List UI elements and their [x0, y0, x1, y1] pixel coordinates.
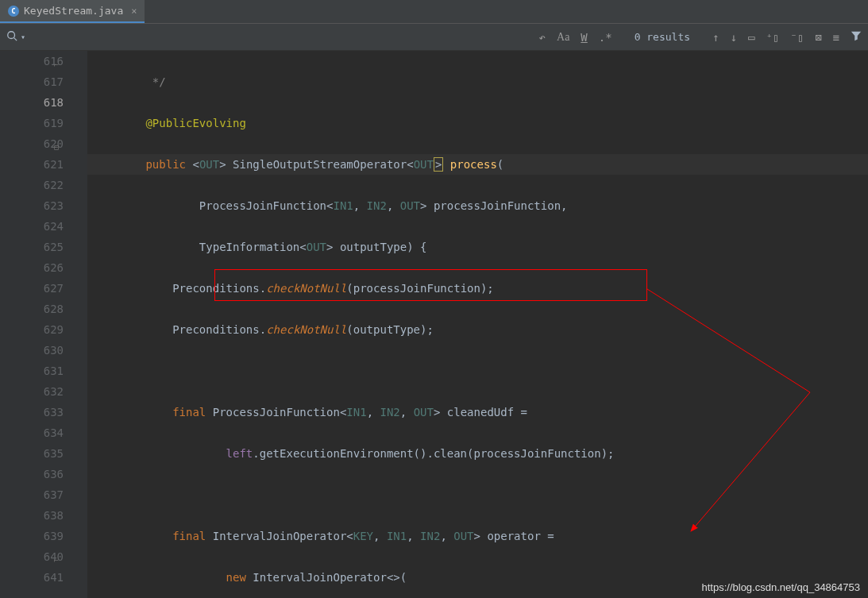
regex-button[interactable]: .*: [599, 31, 612, 44]
code-line: */: [87, 71, 868, 92]
filter-settings-icon[interactable]: ≡: [833, 31, 839, 44]
watermark: https://blog.csdn.net/qq_34864753: [702, 581, 861, 593]
remove-selection-icon[interactable]: ⁻▯: [790, 31, 804, 44]
chevron-down-icon[interactable]: ▾: [21, 33, 25, 41]
filter-icon[interactable]: [851, 30, 862, 44]
svg-point-0: [8, 32, 15, 39]
close-icon[interactable]: ×: [131, 6, 137, 17]
code-editor[interactable]: 616⌐ 617 618 619 620⊟ 621 622 623 624 62…: [0, 51, 868, 598]
select-all-icon[interactable]: ▭: [748, 31, 754, 44]
file-tab[interactable]: C KeyedStream.java ×: [0, 0, 145, 23]
code-area[interactable]: */ @PublicEvolving public <OUT> SingleOu…: [87, 51, 868, 598]
words-button[interactable]: W: [581, 31, 587, 44]
add-selection-icon[interactable]: ⁺▯: [766, 31, 779, 44]
code-line: Preconditions.checkNotNull(outputType);: [87, 319, 868, 340]
fold-icon[interactable]: ⊟: [51, 137, 59, 145]
code-line: TypeInformation<OUT> outputType) {: [87, 237, 868, 257]
java-class-icon: C: [8, 6, 19, 17]
line-gutter: 616⌐ 617 618 619 620⊟ 621 622 623 624 62…: [0, 51, 87, 598]
next-match-icon[interactable]: ↓: [731, 31, 737, 44]
match-case-button[interactable]: Aa: [557, 31, 569, 44]
find-toolbar: ▾ ↶ Aa W .* 0 results ↑ ↓ ▭ ⁺▯ ⁻▯ ⊠ ≡: [0, 24, 868, 51]
code-line: public <OUT> SingleOutputStreamOperator<…: [87, 154, 868, 175]
tab-bar: C KeyedStream.java ×: [0, 0, 868, 24]
results-count: 0 results: [635, 31, 690, 43]
prev-match-icon[interactable]: ↑: [712, 31, 719, 44]
code-line: final IntervalJoinOperator<KEY, IN1, IN2…: [87, 526, 868, 546]
code-line: Preconditions.checkNotNull(processJoinFu…: [87, 278, 868, 299]
code-line: [87, 361, 868, 381]
tab-filename: KeyedStream.java: [24, 5, 123, 17]
fold-end-icon[interactable]: ⌐: [51, 55, 59, 63]
search-icon[interactable]: [6, 30, 17, 44]
code-line: [87, 484, 868, 505]
undo-icon[interactable]: ↶: [539, 31, 546, 44]
svg-line-1: [14, 38, 17, 41]
code-line: @PublicEvolving: [87, 113, 868, 133]
code-line: final ProcessJoinFunction<IN1, IN2, OUT>…: [87, 402, 868, 422]
exclude-icon[interactable]: ⊠: [815, 31, 821, 44]
code-line: ProcessJoinFunction<IN1, IN2, OUT> proce…: [87, 195, 868, 216]
find-options: ↶ Aa W .* 0 results ↑ ↓ ▭ ⁺▯ ⁻▯ ⊠ ≡: [539, 30, 862, 44]
fold-end-icon[interactable]: ⌐: [51, 550, 59, 558]
code-line: left.getExecutionEnvironment().clean(pro…: [87, 443, 868, 464]
